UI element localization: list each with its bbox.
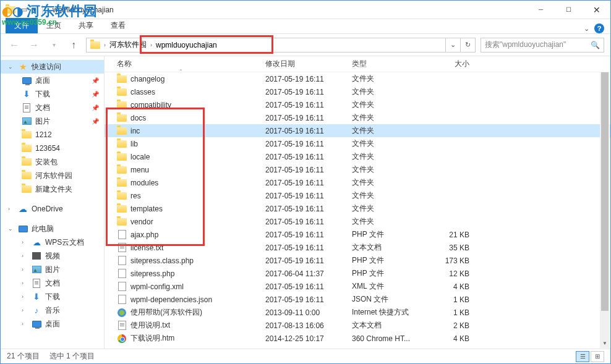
qat-dropdown-icon[interactable]: ▾ xyxy=(33,6,36,13)
file-row[interactable]: ajax.php 2017-05-19 16:11 PHP 文件 21 KB xyxy=(105,228,610,241)
folder-icon xyxy=(117,139,127,149)
minimize-button[interactable]: ─ xyxy=(527,1,555,19)
file-row[interactable]: classes 2017-05-19 16:11 文件夹 xyxy=(105,85,610,98)
column-header-name[interactable]: 名称 ⌃ xyxy=(117,59,265,69)
sidebar-item[interactable]: 桌面📌 xyxy=(1,74,104,87)
sidebar-item[interactable]: 新建文件夹 xyxy=(1,182,104,196)
nav-up-button[interactable]: ↑ xyxy=(66,38,81,53)
tab-view[interactable]: 查看 xyxy=(102,18,134,33)
chrome-icon xyxy=(117,334,127,344)
expand-icon[interactable]: › xyxy=(22,321,28,327)
expand-icon[interactable]: ⌄ xyxy=(8,226,14,232)
nav-history-dropdown[interactable]: ▾ xyxy=(46,38,61,53)
file-row[interactable]: sitepress.class.php 2017-05-19 16:11 PHP… xyxy=(105,254,610,267)
scroll-down-button[interactable]: ▼ xyxy=(600,338,610,348)
sidebar-item[interactable]: ›视频 xyxy=(1,249,104,263)
sidebar-item[interactable]: 河东软件园 xyxy=(1,169,104,182)
file-row[interactable]: res 2017-05-19 16:11 文件夹 xyxy=(105,189,610,202)
file-row[interactable]: wpml-config.xml 2017-05-19 16:11 XML 文件 … xyxy=(105,280,610,293)
file-row[interactable]: changelog 2017-05-19 16:11 文件夹 xyxy=(105,72,610,85)
file-row[interactable]: docs 2017-05-19 16:11 文件夹 xyxy=(105,111,610,124)
file-row[interactable]: inc 2017-05-19 16:11 文件夹 xyxy=(105,124,610,137)
sidebar-quick-access[interactable]: ⌄ ★ 快速访问 xyxy=(1,60,104,74)
file-size: 1 KB xyxy=(432,295,482,304)
column-header-size[interactable]: 大小 xyxy=(432,59,482,69)
sidebar-item[interactable]: 文档📌 xyxy=(1,101,104,114)
sidebar-item[interactable]: ›图片 xyxy=(1,263,104,276)
file-row[interactable]: menu 2017-05-19 16:11 文件夹 xyxy=(105,163,610,176)
scroll-thumb[interactable] xyxy=(601,67,609,311)
status-selected-count: 选中 1 个项目 xyxy=(49,351,95,362)
refresh-button[interactable]: ↻ xyxy=(460,38,475,52)
tab-share[interactable]: 共享 xyxy=(70,18,102,33)
file-row[interactable]: wpml-dependencies.json 2017-05-19 16:11 … xyxy=(105,293,610,306)
sidebar-item[interactable]: ›☁WPS云文档 xyxy=(1,235,104,249)
sidebar-item[interactable]: 安装包 xyxy=(1,155,104,169)
address-bar[interactable]: › 河东软件园 › wpmlduoyuchajian ⌄ ↻ xyxy=(86,38,476,53)
sidebar-this-pc[interactable]: ⌄ 此电脑 xyxy=(1,222,104,235)
expand-icon[interactable]: › xyxy=(8,206,14,212)
sidebar-item[interactable]: 1212 xyxy=(1,128,104,142)
ribbon-collapse-icon[interactable]: ⌄ xyxy=(584,25,589,33)
file-row[interactable]: 使用帮助(河东软件园) 2013-09-11 0:00 Internet 快捷方… xyxy=(105,306,610,319)
file-row[interactable]: vendor 2017-05-19 16:11 文件夹 xyxy=(105,215,610,228)
view-icons-button[interactable]: ⊞ xyxy=(591,351,604,362)
file-name: vendor xyxy=(130,218,153,226)
folder-icon xyxy=(22,157,32,167)
expand-icon[interactable]: › xyxy=(22,307,28,313)
sidebar-item[interactable]: 图片📌 xyxy=(1,114,104,128)
search-input[interactable]: 搜索"wpmlduoyuchajian" 🔍 xyxy=(481,38,604,53)
folder-icon xyxy=(22,171,32,180)
file-row[interactable]: license.txt 2017-05-19 16:11 文本文档 35 KB xyxy=(105,241,610,254)
sidebar-item[interactable]: 123654 xyxy=(1,142,104,155)
file-row[interactable]: modules 2017-05-19 16:11 文件夹 xyxy=(105,176,610,189)
file-row[interactable]: templates 2017-05-19 16:11 文件夹 xyxy=(105,202,610,215)
expand-icon[interactable]: › xyxy=(22,239,28,245)
sidebar-item-label: 桌面 xyxy=(45,319,60,329)
maximize-button[interactable]: ☐ xyxy=(555,1,583,19)
expand-icon[interactable]: › xyxy=(22,280,28,286)
qat-properties-icon[interactable]: ▭ xyxy=(19,5,29,15)
file-size: 2 KB xyxy=(432,321,482,330)
nav-back-button[interactable]: ← xyxy=(7,38,22,53)
sidebar-item[interactable]: ⬇下载📌 xyxy=(1,87,104,101)
txt-icon xyxy=(117,243,127,253)
file-row[interactable]: sitepress.php 2017-06-04 11:37 PHP 文件 12… xyxy=(105,267,610,280)
file-type: 文件夹 xyxy=(352,216,432,227)
column-header-type[interactable]: 类型 xyxy=(352,59,432,69)
sidebar-item[interactable]: ›文档 xyxy=(1,276,104,290)
folder-icon xyxy=(117,191,127,201)
sidebar-item[interactable]: ›⬇下载 xyxy=(1,290,104,303)
file-date: 2017-05-19 16:11 xyxy=(265,153,352,161)
expand-icon[interactable]: › xyxy=(22,253,28,259)
view-details-button[interactable]: ☰ xyxy=(576,351,589,362)
file-row[interactable]: locale 2017-05-19 16:11 文件夹 xyxy=(105,150,610,163)
file-row[interactable]: 使用说明.txt 2017-08-13 16:06 文本文档 2 KB xyxy=(105,319,610,332)
file-name: license.txt xyxy=(130,243,163,252)
desktop-icon xyxy=(22,75,32,85)
tab-home[interactable]: 主页 xyxy=(38,18,70,33)
address-dropdown-button[interactable]: ⌄ xyxy=(445,38,460,52)
breadcrumb-segment[interactable]: wpmlduoyuchajian xyxy=(152,38,221,52)
sidebar-item[interactable]: ›♪音乐 xyxy=(1,303,104,317)
file-size: 4 KB xyxy=(432,334,482,343)
sidebar-item[interactable]: ›桌面 xyxy=(1,317,104,331)
folder-icon xyxy=(117,204,127,214)
file-row[interactable]: lib 2017-05-19 16:11 文件夹 xyxy=(105,137,610,150)
vertical-scrollbar[interactable]: ▲ ▼ xyxy=(600,57,610,348)
expand-icon[interactable]: ⌄ xyxy=(8,64,14,70)
expand-icon[interactable]: › xyxy=(22,294,28,300)
expand-icon[interactable]: › xyxy=(22,266,28,273)
file-type: 文本文档 xyxy=(352,320,432,331)
breadcrumb-segment[interactable]: 河东软件园 xyxy=(106,38,150,52)
folder-icon xyxy=(117,152,127,162)
nav-forward-button[interactable]: → xyxy=(27,38,41,53)
column-header-date[interactable]: 修改日期 xyxy=(265,59,352,69)
help-icon[interactable]: ? xyxy=(594,23,604,33)
ribbon-tabs: 文件 主页 共享 查看 ⌄ ? xyxy=(1,19,610,34)
tab-file[interactable]: 文件 xyxy=(6,18,38,33)
file-row[interactable]: compatibility 2017-05-19 16:11 文件夹 xyxy=(105,98,610,111)
close-button[interactable]: ✕ xyxy=(583,1,610,19)
file-row[interactable]: 下载说明.htm 2014-12-25 10:17 360 Chrome HT.… xyxy=(105,332,610,345)
sidebar-onedrive[interactable]: › ☁ OneDrive xyxy=(1,202,104,216)
